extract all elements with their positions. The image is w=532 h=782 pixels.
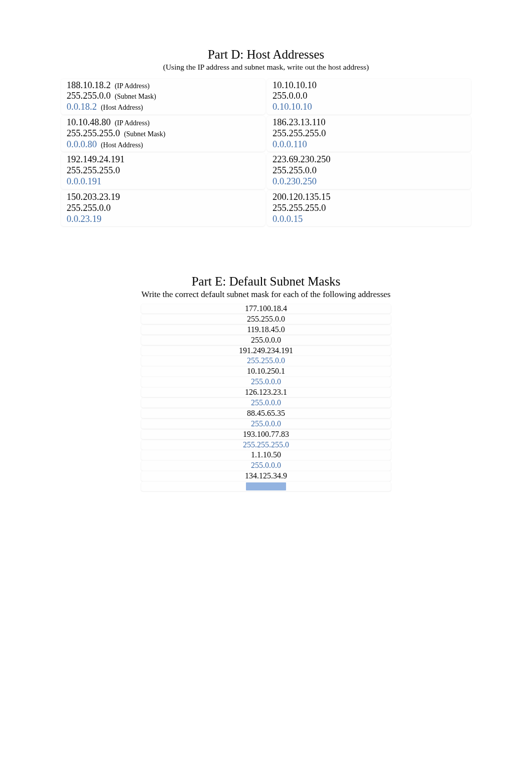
address-value: 88.45.65.35 bbox=[141, 408, 391, 418]
subnet-mask-value: 255.0.0.0 bbox=[273, 91, 467, 102]
part-d-section: Part D: Host Addresses (Using the IP add… bbox=[60, 48, 472, 227]
default-mask-value: 255.255.255.0 bbox=[141, 440, 391, 450]
address-value: 191.249.234.191 bbox=[141, 346, 391, 356]
default-mask-value: 255.0.0.0 bbox=[141, 377, 391, 387]
part-e-section: Part E: Default Subnet Masks Write the c… bbox=[60, 275, 472, 492]
ip-address-value: 10.10.48.80(IP Address) bbox=[67, 117, 261, 128]
address-value: 177.100.18.4 bbox=[141, 304, 391, 314]
default-mask-value: 255.0.0.0 bbox=[141, 398, 391, 408]
host-address-cell: 192.149.24.191255.255.255.00.0.0.191 bbox=[61, 152, 265, 189]
address-value: 134.125.34.9 bbox=[141, 471, 391, 481]
part-e-list: 177.100.18.4255.255.0.0119.18.45.0255.0.… bbox=[141, 304, 391, 492]
default-mask-value: 255.255.0.0 bbox=[141, 314, 391, 324]
subnet-mask-label: (Subnet Mask) bbox=[124, 130, 165, 138]
host-address-value: 0.0.18.2(Host Address) bbox=[67, 102, 261, 113]
host-address-label: (Host Address) bbox=[101, 141, 143, 149]
host-address-label: (Host Address) bbox=[101, 104, 143, 111]
default-mask-value: 255.255.0.0 bbox=[141, 481, 391, 491]
part-d-grid: 188.10.18.2(IP Address)255.255.0.0(Subne… bbox=[60, 78, 472, 227]
subnet-mask-value: 255.255.255.0(Subnet Mask) bbox=[67, 128, 261, 139]
host-address-value: 0.0.0.80(Host Address) bbox=[67, 139, 261, 150]
ip-address-value: 223.69.230.250 bbox=[273, 154, 467, 165]
subnet-mask-value: 255.255.0.0(Subnet Mask) bbox=[67, 91, 261, 102]
address-value: 126.123.23.1 bbox=[141, 387, 391, 397]
address-value: 119.18.45.0 bbox=[141, 325, 391, 335]
part-d-title: Part D: Host Addresses bbox=[60, 48, 472, 62]
host-address-cell: 200.120.135.15255.255.255.00.0.0.15 bbox=[267, 190, 471, 226]
ip-address-value: 200.120.135.15 bbox=[273, 192, 467, 203]
host-address-value: 0.0.230.250 bbox=[273, 176, 467, 187]
ip-address-value: 186.23.13.110 bbox=[273, 117, 467, 128]
subnet-mask-value: 255.255.0.0 bbox=[67, 203, 261, 214]
ip-address-label: (IP Address) bbox=[115, 82, 150, 90]
part-e-title: Part E: Default Subnet Masks bbox=[60, 275, 472, 289]
subnet-mask-value: 255.255.255.0 bbox=[273, 203, 467, 214]
ip-address-value: 150.203.23.19 bbox=[67, 192, 261, 203]
default-mask-value: 255.255.0.0 bbox=[141, 356, 391, 366]
host-address-cell: 188.10.18.2(IP Address)255.255.0.0(Subne… bbox=[61, 78, 265, 115]
host-address-value: 0.0.0.110 bbox=[273, 139, 467, 150]
host-address-value: 0.0.23.19 bbox=[67, 214, 261, 225]
host-address-cell: 150.203.23.19255.255.0.00.0.23.19 bbox=[61, 190, 265, 226]
subnet-mask-value: 255.255.255.0 bbox=[273, 128, 467, 139]
host-address-cell: 223.69.230.250255.255.0.00.0.230.250 bbox=[267, 152, 471, 189]
host-address-value: 0.0.0.191 bbox=[67, 176, 261, 187]
host-address-cell: 186.23.13.110255.255.255.00.0.0.110 bbox=[267, 115, 471, 152]
default-mask-value: 255.0.0.0 bbox=[141, 460, 391, 470]
host-address-cell: 10.10.10.10255.0.0.00.10.10.10 bbox=[267, 78, 471, 115]
default-mask-value: 255.0.0.0 bbox=[141, 419, 391, 429]
address-value: 193.100.77.83 bbox=[141, 429, 391, 439]
host-address-value: 0.10.10.10 bbox=[273, 102, 467, 113]
subnet-mask-value: 255.255.0.0 bbox=[273, 165, 467, 176]
ip-address-value: 188.10.18.2(IP Address) bbox=[67, 80, 261, 91]
ip-address-value: 10.10.10.10 bbox=[273, 80, 467, 91]
part-d-subtitle: (Using the IP address and subnet mask, w… bbox=[60, 63, 472, 72]
ip-address-label: (IP Address) bbox=[115, 119, 150, 127]
subnet-mask-value: 255.255.255.0 bbox=[67, 165, 261, 176]
part-e-subtitle: Write the correct default subnet mask fo… bbox=[60, 290, 472, 300]
host-address-cell: 10.10.48.80(IP Address)255.255.255.0(Sub… bbox=[61, 115, 265, 152]
address-value: 10.10.250.1 bbox=[141, 366, 391, 376]
address-value: 1.1.10.50 bbox=[141, 450, 391, 460]
host-address-value: 0.0.0.15 bbox=[273, 214, 467, 225]
ip-address-value: 192.149.24.191 bbox=[67, 154, 261, 165]
default-mask-value: 255.0.0.0 bbox=[141, 335, 391, 345]
selected-text[interactable]: 255.255.0.0 bbox=[246, 482, 286, 490]
subnet-mask-label: (Subnet Mask) bbox=[115, 93, 156, 100]
